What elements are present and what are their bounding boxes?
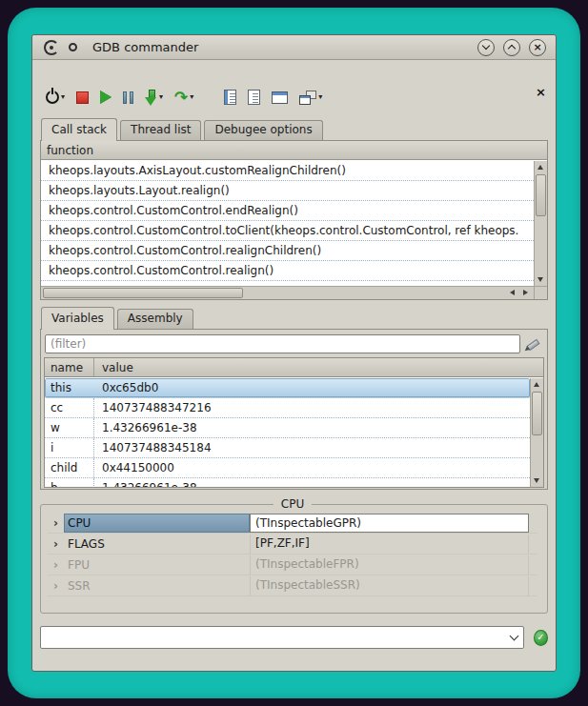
register-group-name: FPU	[64, 555, 250, 575]
value-column-header[interactable]: value	[94, 358, 543, 376]
variable-row[interactable]: w 1.43266961e-38	[45, 418, 530, 438]
register-group-value[interactable]: [PF,ZF,IF]	[250, 535, 529, 554]
list-button[interactable]	[246, 88, 262, 107]
vertical-scrollbar[interactable]	[530, 378, 543, 487]
chevron-down-icon	[482, 42, 490, 50]
stack-frame-row[interactable]: kheops.layouts.AxisLayout.customRealignC…	[41, 161, 534, 181]
pin-icon[interactable]	[69, 43, 77, 51]
pen-icon	[524, 336, 539, 352]
tab[interactable]: Call stack	[41, 118, 117, 141]
call-stack-panel: function kheops.layouts.AxisLayout.custo…	[40, 140, 548, 300]
app-icon[interactable]	[44, 40, 59, 55]
dropdown-arrow-icon[interactable]: ▾	[190, 93, 193, 101]
client-area: × ▾	[32, 83, 556, 694]
cpu-tree-row[interactable]: › FLAGS [PF,ZF,IF]	[48, 534, 537, 555]
register-group-value[interactable]: (TInspectableGPR)	[250, 514, 529, 533]
dropdown-arrow-icon[interactable]: ▾	[318, 93, 322, 101]
tab-label: Assembly	[128, 312, 183, 325]
variable-row[interactable]: cc 140737488347216	[45, 398, 530, 418]
variable-row[interactable]: child 0x44150000	[45, 458, 530, 478]
stack-frame-row[interactable]: kheops.control.CustomControl.realignChil…	[41, 241, 534, 261]
step-in-button[interactable]: ▾	[143, 88, 165, 108]
variable-value: 1.43266961e-38	[94, 478, 530, 487]
variables-list: this 0xc65db0 cc 140737488347216 w 1.432…	[45, 378, 530, 487]
stop-button[interactable]	[74, 90, 91, 106]
dropdown-arrow-icon[interactable]: ▾	[159, 93, 163, 101]
minimize-button[interactable]	[477, 39, 495, 56]
name-column-header[interactable]: name	[45, 358, 94, 376]
stack-frame-label: kheops.layouts.Layout.realign()	[49, 184, 230, 197]
dropdown-arrow-icon[interactable]: ▾	[61, 93, 65, 101]
pause-button[interactable]	[121, 90, 135, 106]
filter-pen-button[interactable]	[520, 334, 543, 353]
message-list-button[interactable]	[222, 88, 238, 107]
horizontal-scrollbar[interactable]	[41, 286, 534, 299]
window-title: GDB commander	[92, 40, 198, 54]
tab[interactable]: Debugee options	[204, 120, 322, 140]
expand-chevron-icon[interactable]: ›	[48, 558, 64, 572]
scrollbar-corner	[534, 286, 547, 299]
window-icon	[272, 91, 288, 104]
function-column-header[interactable]: function	[41, 141, 547, 160]
cpu-tree-row[interactable]: › SSR (TInspectableSSR)	[48, 575, 537, 596]
vertical-scrollbar[interactable]	[534, 161, 547, 286]
scroll-up-icon[interactable]	[534, 382, 539, 387]
command-combobox[interactable]	[40, 626, 524, 649]
scroll-up-icon[interactable]	[537, 165, 543, 170]
variable-row[interactable]: b 1.43266961e-38	[45, 478, 530, 487]
register-group-value[interactable]: (TInspectableFPR)	[250, 555, 529, 575]
window-titlebar[interactable]: GDB commander ×	[32, 35, 556, 60]
stack-frame-label: kheops.control.CustomControl.realignChil…	[49, 244, 321, 257]
variable-row[interactable]: this 0xc65db0	[45, 378, 530, 398]
close-button[interactable]: ×	[529, 39, 546, 56]
call-stack-list: kheops.layouts.AxisLayout.customRealignC…	[41, 161, 534, 286]
expand-chevron-icon[interactable]: ›	[48, 516, 64, 530]
variable-row[interactable]: i 140737488345184	[45, 438, 530, 458]
maximize-button[interactable]	[503, 39, 520, 56]
send-command-button[interactable]: ✓	[534, 630, 548, 646]
stack-frame-row[interactable]: kheops.layouts.Layout.realign()	[41, 181, 534, 201]
variable-value: 0xc65db0	[94, 378, 530, 397]
desktop-background: GDB commander × × ▾	[0, 0, 588, 706]
scroll-down-icon[interactable]	[534, 478, 539, 483]
register-group-value[interactable]: (TInspectableSSR)	[250, 576, 529, 595]
expand-chevron-icon[interactable]: ›	[48, 579, 64, 593]
scrollbar-thumb[interactable]	[532, 392, 542, 435]
stack-frame-row[interactable]: kheops.control.CustomControl.realign()	[41, 261, 534, 281]
register-group-name: CPU	[64, 514, 250, 533]
command-input[interactable]	[41, 631, 504, 644]
stack-frame-row[interactable]: kheops.control.CustomControl.toClient(kh…	[41, 221, 534, 241]
document-icon	[224, 90, 236, 105]
variable-value: 0x44150000	[94, 458, 530, 477]
scroll-right-icon[interactable]	[523, 290, 528, 295]
stop-icon	[76, 91, 89, 104]
scrollbar-thumb[interactable]	[43, 288, 243, 298]
tab[interactable]: Variables	[41, 307, 114, 330]
variable-value: 140737488345184	[94, 438, 530, 457]
tab[interactable]: Thread list	[120, 120, 201, 140]
cpu-group-title: CPU	[274, 497, 312, 511]
inspector-tabbar: Variables Assembly	[40, 306, 548, 329]
step-over-button[interactable]: ↷ ▾	[172, 89, 195, 106]
filter-input[interactable]	[45, 334, 520, 353]
dock-close-button[interactable]: ×	[536, 86, 546, 98]
combobox-dropdown-button[interactable]	[504, 627, 523, 648]
power-button[interactable]: ▾	[44, 89, 67, 106]
window-button[interactable]	[270, 90, 290, 106]
cpu-groupbox: CPU › CPU (TInspectableGPR) › FLAGS [PF,…	[40, 497, 548, 614]
scroll-down-icon[interactable]	[537, 277, 543, 282]
scrollbar-thumb[interactable]	[536, 174, 546, 216]
run-button[interactable]	[98, 89, 113, 106]
play-icon	[100, 91, 112, 104]
cpu-tree-row[interactable]: › CPU (TInspectableGPR)	[48, 513, 537, 534]
check-icon: ✓	[537, 633, 544, 642]
tab[interactable]: Assembly	[117, 309, 193, 329]
cpu-tree-row[interactable]: › FPU (TInspectableFPR)	[48, 555, 537, 575]
stack-frame-row[interactable]: kheops.control.CustomControl.endRealign(…	[41, 201, 534, 221]
down-arrow-icon	[145, 90, 157, 106]
windows-button[interactable]: ▾	[297, 89, 324, 107]
close-icon: ×	[533, 41, 541, 53]
scroll-left-icon[interactable]	[510, 290, 515, 295]
register-group-name: FLAGS	[64, 535, 250, 554]
expand-chevron-icon[interactable]: ›	[48, 537, 64, 551]
